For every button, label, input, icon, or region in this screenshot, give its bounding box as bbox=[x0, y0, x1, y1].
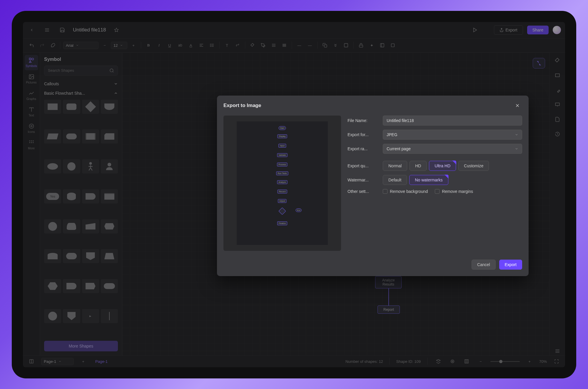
zoom-slider[interactable] bbox=[490, 361, 520, 362]
share-button[interactable]: Share bbox=[527, 26, 549, 34]
play-icon[interactable] bbox=[470, 25, 480, 35]
shape-process[interactable] bbox=[82, 129, 99, 143]
cancel-button[interactable]: Cancel bbox=[472, 260, 496, 270]
italic-icon[interactable]: I bbox=[155, 41, 163, 50]
align-icon[interactable] bbox=[197, 41, 206, 50]
shape-tag[interactable] bbox=[82, 279, 99, 293]
shape-card[interactable] bbox=[101, 129, 118, 143]
shape-play[interactable]: ▸ bbox=[82, 309, 99, 323]
search-input[interactable] bbox=[44, 66, 118, 76]
shape-offpage[interactable] bbox=[82, 249, 99, 263]
grid-icon[interactable] bbox=[27, 357, 36, 366]
arrange-icon[interactable] bbox=[331, 41, 340, 50]
font-color-icon[interactable]: A bbox=[186, 41, 195, 50]
group-icon[interactable] bbox=[342, 41, 350, 50]
map-icon[interactable] bbox=[462, 357, 471, 366]
pen-tool-icon[interactable] bbox=[553, 86, 562, 94]
settings-icon[interactable] bbox=[553, 347, 562, 355]
quality-customize[interactable]: Customize bbox=[458, 161, 489, 171]
page-tab[interactable]: Page-1 bbox=[93, 359, 110, 364]
rail-text[interactable]: Text bbox=[25, 104, 38, 120]
dec-size-icon[interactable]: − bbox=[100, 41, 109, 50]
shape-circle2[interactable] bbox=[44, 219, 61, 233]
size-select[interactable]: 12 bbox=[111, 42, 127, 49]
watermark-default[interactable]: Default bbox=[383, 175, 407, 185]
shape-ellipse[interactable] bbox=[44, 159, 61, 173]
input-filename[interactable]: Untitled file118 bbox=[383, 116, 522, 126]
select-format[interactable]: JPEG bbox=[383, 130, 522, 140]
underline-icon[interactable]: U bbox=[165, 41, 174, 50]
export-confirm-button[interactable]: Export bbox=[499, 260, 522, 270]
shape-display[interactable] bbox=[82, 189, 99, 203]
star-icon[interactable] bbox=[112, 25, 121, 35]
export-button[interactable]: Export bbox=[494, 25, 523, 35]
menu-button[interactable] bbox=[42, 25, 52, 35]
shape-rect[interactable] bbox=[44, 100, 61, 114]
shape-loop[interactable] bbox=[101, 219, 118, 233]
shape-pill2[interactable] bbox=[63, 249, 80, 263]
shape-user[interactable] bbox=[101, 159, 118, 173]
save-icon[interactable] bbox=[58, 25, 67, 35]
undo-icon[interactable] bbox=[27, 41, 36, 50]
back-button[interactable] bbox=[27, 25, 36, 35]
line-weight-icon[interactable]: — bbox=[305, 41, 314, 50]
list-icon[interactable] bbox=[208, 41, 216, 50]
format-painter-icon[interactable] bbox=[48, 41, 57, 50]
shape-circle3[interactable] bbox=[44, 309, 61, 323]
shape-terminator[interactable] bbox=[63, 129, 80, 143]
shape-cylinder2[interactable] bbox=[63, 219, 80, 233]
shape-circle[interactable] bbox=[63, 159, 80, 173]
watermark-none[interactable]: No watermarks bbox=[409, 175, 448, 185]
flow-node-analyze[interactable]: Analyze Results bbox=[375, 276, 402, 288]
fullscreen-icon[interactable] bbox=[552, 357, 561, 366]
bold-icon[interactable]: B bbox=[144, 41, 153, 50]
shape-internal[interactable] bbox=[101, 189, 118, 203]
close-icon[interactable] bbox=[513, 101, 522, 110]
line-style-icon[interactable]: — bbox=[295, 41, 304, 50]
shape-line[interactable] bbox=[101, 309, 118, 323]
rect-tool-icon[interactable] bbox=[553, 71, 562, 80]
shape-trap[interactable] bbox=[101, 249, 118, 263]
check-remove-bg[interactable]: Remove background bbox=[383, 189, 428, 194]
zoom-out-icon[interactable]: − bbox=[476, 357, 485, 366]
section-basic-flow[interactable]: Basic Flowchart Sha... bbox=[44, 89, 118, 98]
add-page-icon[interactable]: + bbox=[79, 357, 88, 366]
lock-icon[interactable] bbox=[357, 41, 365, 50]
rail-pictures[interactable]: Pictures bbox=[25, 71, 38, 87]
fill-icon[interactable] bbox=[248, 41, 257, 50]
connector-icon[interactable] bbox=[233, 41, 242, 50]
check-remove-margins[interactable]: Remove margins bbox=[435, 189, 473, 194]
distribute-icon[interactable] bbox=[280, 41, 289, 50]
text-tool-icon[interactable]: T bbox=[223, 41, 231, 50]
shape-stadium[interactable] bbox=[101, 279, 118, 293]
copy-icon[interactable] bbox=[320, 41, 329, 50]
rail-more[interactable]: More bbox=[25, 137, 38, 153]
fill-tool-icon[interactable] bbox=[553, 56, 562, 65]
shape-hex[interactable] bbox=[44, 279, 61, 293]
section-callouts[interactable]: Callouts bbox=[44, 79, 118, 89]
flow-node-report[interactable]: Report bbox=[377, 305, 400, 314]
shape-actor[interactable] bbox=[82, 159, 99, 173]
quality-hd[interactable]: HD bbox=[410, 161, 427, 171]
spark-icon[interactable]: ✦ bbox=[367, 41, 376, 50]
page-icon[interactable] bbox=[388, 41, 397, 50]
select-range[interactable]: Current page bbox=[383, 144, 522, 154]
shape-wave[interactable] bbox=[101, 100, 118, 114]
quality-ultra[interactable]: Ultra HD bbox=[429, 161, 456, 171]
page-select[interactable]: Page-1 bbox=[41, 358, 74, 365]
case-icon[interactable]: ab bbox=[176, 41, 185, 50]
shape-yes[interactable]: Yes bbox=[44, 189, 61, 203]
rail-symbols[interactable]: Symbols bbox=[25, 55, 38, 70]
shape-diamond[interactable] bbox=[82, 100, 99, 114]
shape-parallelogram[interactable] bbox=[44, 129, 61, 143]
align2-icon[interactable] bbox=[269, 41, 278, 50]
shape-manual[interactable] bbox=[82, 219, 99, 233]
shape-roundrect[interactable] bbox=[63, 100, 80, 114]
rail-icons[interactable]: Icons bbox=[25, 121, 38, 136]
rail-graphs[interactable]: Graphs bbox=[25, 88, 38, 103]
font-select[interactable]: Arial bbox=[63, 42, 98, 49]
layer-icon[interactable] bbox=[378, 41, 387, 50]
shape-cylinder[interactable] bbox=[63, 189, 80, 203]
focus-icon[interactable] bbox=[448, 357, 457, 366]
zoom-in-icon[interactable]: + bbox=[525, 357, 534, 366]
